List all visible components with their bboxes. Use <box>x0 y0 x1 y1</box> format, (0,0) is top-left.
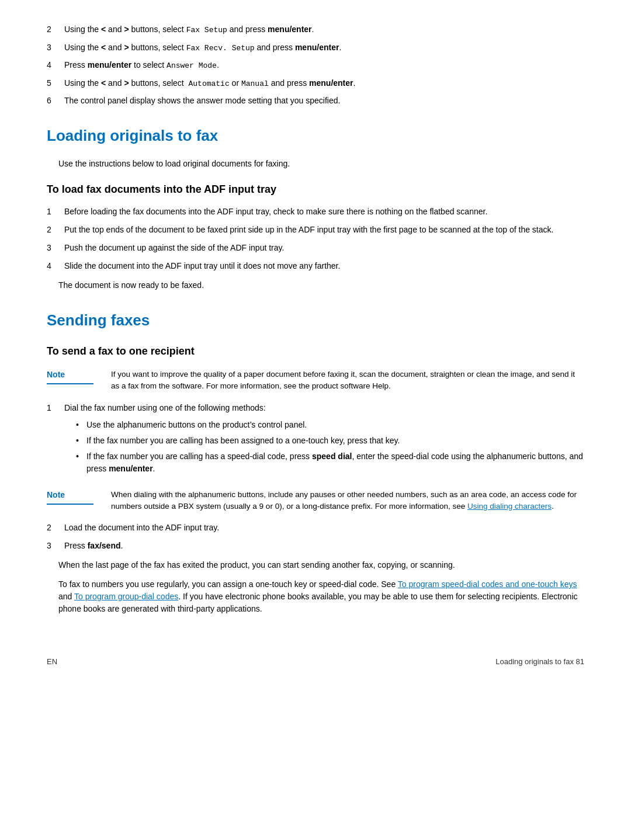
section-sending: Sending faxes To send a fax to one recip… <box>47 309 584 615</box>
step-content: Using the < and > buttons, select Fax Re… <box>64 41 584 54</box>
page-footer: EN Loading originals to fax 81 <box>47 650 584 668</box>
step1-intro: Dial the fax number using one of the fol… <box>64 403 266 412</box>
footer-left: EN <box>47 656 57 668</box>
bullet-text: Use the alphanumeric buttons on the prod… <box>86 419 307 431</box>
after-fax-para: When the last page of the fax has exited… <box>58 559 584 571</box>
step-content: Put the top ends of the document to be f… <box>64 224 584 236</box>
group-dial-link[interactable]: To program group-dial codes <box>74 592 178 601</box>
step-number: 2 <box>47 522 64 534</box>
step-content: Load the document into the ADF input tra… <box>64 522 584 534</box>
footer-right: Loading originals to fax 81 <box>495 656 584 668</box>
bullet-text: If the fax number you are calling has a … <box>86 450 584 475</box>
step-number: 5 <box>47 77 64 90</box>
note-content: If you want to improve the quality of a … <box>111 369 584 393</box>
loading-intro: Use the instructions below to load origi… <box>58 158 584 170</box>
bullet-item-3: If the fax number you are calling has a … <box>76 450 584 475</box>
dialing-characters-link[interactable]: Using dialing characters <box>467 502 552 511</box>
adf-subsection-heading: To load fax documents into the ADF input… <box>47 182 584 197</box>
step-content: Before loading the fax documents into th… <box>64 206 584 218</box>
note2-text-after: . <box>552 502 554 511</box>
note-label-2: Note <box>47 489 93 505</box>
adf-step-2: 2 Put the top ends of the document to be… <box>47 224 584 236</box>
send-step-3: 3 Press fax/send. <box>47 540 584 552</box>
recipient-subsection-heading: To send a fax to one recipient <box>47 343 584 359</box>
subsection-recipient: To send a fax to one recipient Note If y… <box>47 343 584 615</box>
note-label-col: Note <box>47 369 111 393</box>
step-content: Dial the fax number using one of the fol… <box>64 402 584 480</box>
top-step-4: 4 Press menu/enter to select Answer Mode… <box>47 59 584 72</box>
links-para: To fax to numbers you use regularly, you… <box>58 578 584 615</box>
bullet-text: If the fax number you are calling has be… <box>86 435 400 447</box>
step-number: 4 <box>47 260 64 272</box>
step-number: 3 <box>47 540 64 552</box>
step-number: 3 <box>47 41 64 54</box>
top-step-5: 5 Using the < and > buttons, select Auto… <box>47 77 584 90</box>
top-step-3: 3 Using the < and > buttons, select Fax … <box>47 41 584 54</box>
step-content: Using the < and > buttons, select Automa… <box>64 77 584 90</box>
note-label: Note <box>47 369 93 384</box>
step-content: Push the document up against the side of… <box>64 242 584 254</box>
top-step-6: 6 The control panel display shows the an… <box>47 95 584 107</box>
sending-section-heading: Sending faxes <box>47 309 584 332</box>
note-label-col-2: Note <box>47 489 111 513</box>
adf-step-3: 3 Push the document up against the side … <box>47 242 584 254</box>
step-number: 1 <box>47 206 64 218</box>
adf-steps-list: 1 Before loading the fax documents into … <box>47 206 584 272</box>
doc-ready-text: The document is now ready to be faxed. <box>58 279 584 291</box>
send-step-1: 1 Dial the fax number using one of the f… <box>47 402 584 480</box>
subsection-adf: To load fax documents into the ADF input… <box>47 182 584 291</box>
top-steps-list: 2 Using the < and > buttons, select Fax … <box>47 23 584 107</box>
step-number: 4 <box>47 59 64 72</box>
links-intro: To fax to numbers you use regularly, you… <box>58 579 398 589</box>
step-number: 3 <box>47 242 64 254</box>
step-content: The control panel display shows the answ… <box>64 95 584 107</box>
note-block-2: Note When dialing with the alphanumeric … <box>47 489 584 513</box>
section-loading: Loading originals to fax Use the instruc… <box>47 124 584 291</box>
speed-dial-link[interactable]: To program speed-dial codes and one-touc… <box>398 579 577 589</box>
adf-step-1: 1 Before loading the fax documents into … <box>47 206 584 218</box>
bullet-item-1: Use the alphanumeric buttons on the prod… <box>76 419 584 431</box>
step-content: Slide the document into the ADF input tr… <box>64 260 584 272</box>
note-block-1: Note If you want to improve the quality … <box>47 369 584 393</box>
step-content: Using the < and > buttons, select Fax Se… <box>64 23 584 36</box>
loading-section-heading: Loading originals to fax <box>47 124 584 147</box>
send-steps-list: 1 Dial the fax number using one of the f… <box>47 402 584 480</box>
links-middle: and <box>58 592 74 601</box>
step-number: 6 <box>47 95 64 107</box>
send-step-2: 2 Load the document into the ADF input t… <box>47 522 584 534</box>
step-number: 1 <box>47 402 64 480</box>
step-number: 2 <box>47 23 64 36</box>
bullet-item-2: If the fax number you are calling has be… <box>76 435 584 447</box>
adf-step-4: 4 Slide the document into the ADF input … <box>47 260 584 272</box>
step1-bullets: Use the alphanumeric buttons on the prod… <box>76 419 584 475</box>
send-steps-2-3: 2 Load the document into the ADF input t… <box>47 522 584 552</box>
step-content: Press menu/enter to select Answer Mode. <box>64 59 584 72</box>
step-number: 2 <box>47 224 64 236</box>
note-content-2: When dialing with the alphanumeric butto… <box>111 489 584 513</box>
top-step-2: 2 Using the < and > buttons, select Fax … <box>47 23 584 36</box>
step-content: Press fax/send. <box>64 540 584 552</box>
